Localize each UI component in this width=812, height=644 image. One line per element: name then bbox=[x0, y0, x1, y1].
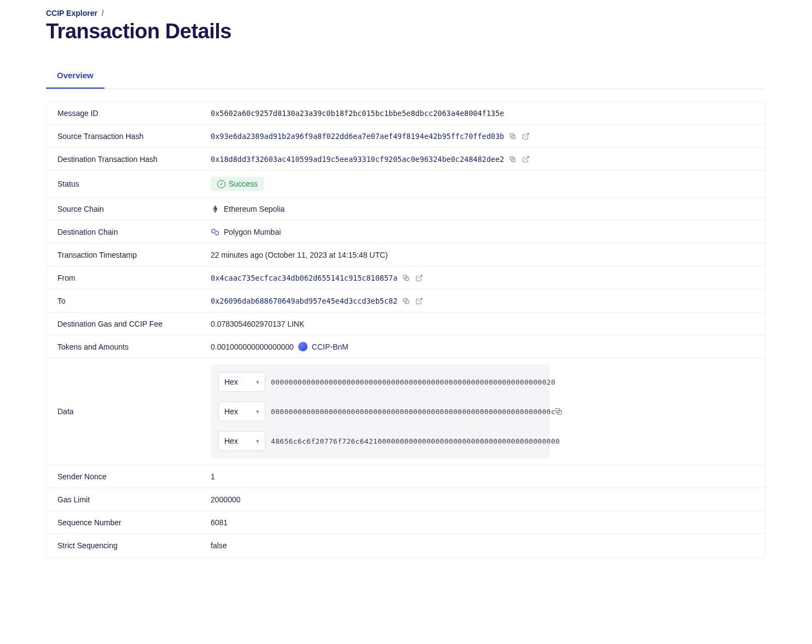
status-text: Success bbox=[229, 179, 258, 188]
row-tokens: Tokens and Amounts 0.001000000000000000 … bbox=[47, 335, 765, 358]
value-timestamp: 22 minutes ago (October 11, 2023 at 14:1… bbox=[211, 251, 388, 259]
label-dest-chain: Destination Chain bbox=[57, 228, 211, 236]
svg-line-5 bbox=[525, 156, 529, 159]
data-hex-2: 48656c6c6f20776f726c64210000000000000000… bbox=[271, 437, 560, 445]
value-gas-limit: 2000000 bbox=[211, 495, 241, 504]
breadcrumb-root[interactable]: CCIP Explorer bbox=[46, 9, 97, 18]
data-hex-1: 0000000000000000000000000000000000000000… bbox=[271, 408, 560, 416]
label-data: Data bbox=[57, 407, 211, 416]
label-from: From bbox=[57, 274, 211, 282]
hex-format-select[interactable]: Hex ▾ bbox=[218, 431, 265, 451]
svg-line-2 bbox=[525, 133, 529, 136]
label-seq: Sequence Number bbox=[57, 518, 211, 527]
row-data: Data Hex ▾ 00000000000000000000000000000… bbox=[47, 358, 765, 465]
label-message-id: Message ID bbox=[57, 109, 211, 118]
chevron-down-icon: ▾ bbox=[256, 438, 259, 445]
value-dest-tx[interactable]: 0x18d8dd3f32603ac410599ad19c5eea93310cf9… bbox=[211, 155, 504, 164]
value-source-tx[interactable]: 0x93e6da2389ad91b2a96f9a8f022dd6ea7e07ae… bbox=[211, 132, 504, 141]
label-source-chain: Source Chain bbox=[57, 205, 211, 213]
row-timestamp: Transaction Timestamp 22 minutes ago (Oc… bbox=[47, 243, 765, 266]
label-tokens: Tokens and Amounts bbox=[57, 343, 211, 351]
value-from[interactable]: 0x4caac735ecfcac34db062d655141c915c81085… bbox=[211, 274, 397, 282]
status-badge: ✓ Success bbox=[211, 177, 264, 191]
data-line-1: Hex ▾ 0000000000000000000000000000000000… bbox=[218, 402, 560, 421]
copy-data-icon[interactable] bbox=[554, 407, 563, 416]
row-gas-limit: Gas Limit 2000000 bbox=[47, 488, 765, 511]
value-seq: 6081 bbox=[211, 518, 228, 527]
label-to: To bbox=[57, 297, 211, 305]
value-token-amount: 0.001000000000000000 bbox=[211, 343, 294, 351]
hex-format-select[interactable]: Hex ▾ bbox=[218, 402, 265, 421]
copy-icon[interactable] bbox=[402, 274, 410, 282]
row-dest-chain: Destination Chain Polygon Mumbai bbox=[47, 221, 765, 243]
copy-icon[interactable] bbox=[508, 155, 517, 164]
data-line-0: Hex ▾ 0000000000000000000000000000000000… bbox=[218, 372, 560, 392]
tab-overview[interactable]: Overview bbox=[46, 63, 105, 89]
hex-format-select[interactable]: Hex ▾ bbox=[218, 372, 265, 392]
chevron-down-icon: ▾ bbox=[256, 379, 259, 386]
external-link-icon[interactable] bbox=[415, 297, 424, 305]
copy-icon[interactable] bbox=[508, 132, 517, 141]
row-strict: Strict Sequencing false bbox=[47, 534, 765, 557]
details-panel: Message ID 0x5602a60c9257d8130a23a39c0b1… bbox=[46, 101, 766, 558]
external-link-icon[interactable] bbox=[521, 132, 530, 141]
svg-line-8 bbox=[419, 275, 422, 278]
row-source-tx: Source Transaction Hash 0x93e6da2389ad91… bbox=[47, 125, 765, 148]
page-title: Transaction Details bbox=[46, 20, 766, 43]
label-source-tx: Source Transaction Hash bbox=[57, 132, 211, 141]
copy-icon[interactable] bbox=[402, 297, 410, 305]
chevron-down-icon: ▾ bbox=[256, 408, 259, 415]
data-hex-0: 0000000000000000000000000000000000000000… bbox=[271, 378, 560, 386]
external-link-icon[interactable] bbox=[415, 274, 424, 282]
svg-line-11 bbox=[419, 298, 422, 301]
row-status: Status ✓ Success bbox=[47, 171, 765, 198]
label-gas-limit: Gas Limit bbox=[57, 495, 211, 504]
token-icon bbox=[298, 342, 308, 351]
data-box: Hex ▾ 0000000000000000000000000000000000… bbox=[211, 364, 550, 459]
row-seq: Sequence Number 6081 bbox=[47, 511, 765, 534]
row-nonce: Sender Nonce 1 bbox=[47, 465, 765, 488]
label-dest-tx: Destination Transaction Hash bbox=[57, 155, 211, 164]
polygon-icon bbox=[211, 228, 219, 236]
data-line-2: Hex ▾ 48656c6c6f20776f726c64210000000000… bbox=[218, 431, 560, 451]
value-source-chain: Ethereum Sepolia bbox=[224, 205, 285, 213]
check-circle-icon: ✓ bbox=[217, 180, 225, 188]
label-nonce: Sender Nonce bbox=[57, 472, 211, 481]
value-token-name[interactable]: CCIP-BnM bbox=[312, 343, 349, 351]
value-to[interactable]: 0x26096dab688670649abd957e45e4d3ccd3eb5c… bbox=[211, 297, 397, 305]
row-dest-tx: Destination Transaction Hash 0x18d8dd3f3… bbox=[47, 148, 765, 171]
breadcrumb-separator: / bbox=[102, 9, 104, 18]
label-strict: Strict Sequencing bbox=[57, 541, 211, 550]
row-from: From 0x4caac735ecfcac34db062d655141c915c… bbox=[47, 266, 765, 289]
ethereum-icon bbox=[211, 205, 219, 213]
label-status: Status bbox=[57, 179, 211, 188]
value-strict: false bbox=[211, 541, 227, 550]
tabs-bar: Overview bbox=[46, 63, 766, 89]
row-to: To 0x26096dab688670649abd957e45e4d3ccd3e… bbox=[47, 289, 765, 312]
label-gas-fee: Destination Gas and CCIP Fee bbox=[57, 320, 211, 328]
value-message-id: 0x5602a60c9257d8130a23a39c0b18f2bc015bc1… bbox=[211, 109, 504, 118]
external-link-icon[interactable] bbox=[521, 155, 530, 164]
value-dest-chain: Polygon Mumbai bbox=[224, 228, 281, 236]
row-gas-fee: Destination Gas and CCIP Fee 0.078305460… bbox=[47, 312, 765, 335]
row-message-id: Message ID 0x5602a60c9257d8130a23a39c0b1… bbox=[47, 102, 765, 125]
value-nonce: 1 bbox=[211, 472, 215, 481]
label-timestamp: Transaction Timestamp bbox=[57, 251, 211, 259]
row-source-chain: Source Chain Ethereum Sepolia bbox=[47, 198, 765, 221]
breadcrumb: CCIP Explorer / bbox=[46, 9, 766, 18]
value-gas-fee: 0.0783054602970137 LINK bbox=[211, 320, 304, 328]
